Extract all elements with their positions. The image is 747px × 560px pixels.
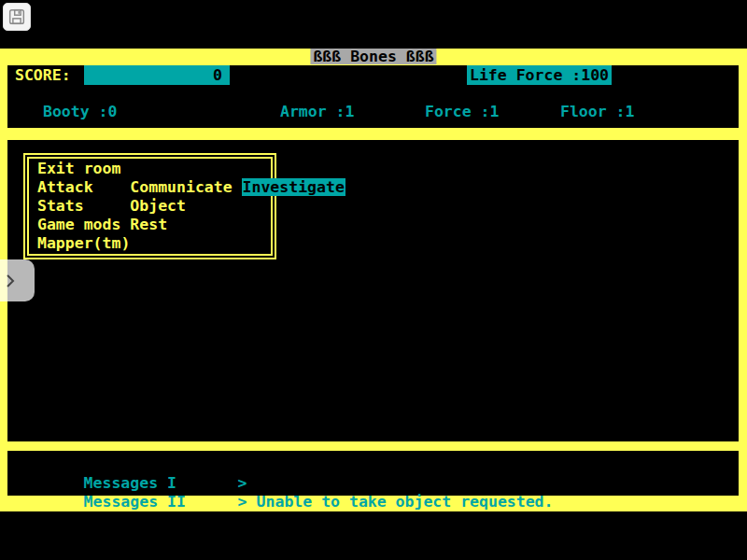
dos-game-screen: ßßß Bones ßßß SCORE: 0 Life Force :100 B… xyxy=(0,49,747,511)
message-row-1: Messages I> xyxy=(28,455,739,474)
chevron-right-icon xyxy=(3,272,18,290)
menu-item-communicate[interactable]: Communicate xyxy=(130,178,232,197)
life-force-badge: Life Force :100 xyxy=(467,65,612,85)
score-label: SCORE: xyxy=(15,65,71,85)
stat-floor: Floor :1 xyxy=(560,103,634,121)
message-2-label: Messages II xyxy=(84,493,238,511)
stat-booty: Booty :0 xyxy=(43,103,117,121)
stat-force: Force :1 xyxy=(425,103,499,121)
menu-item-rest[interactable]: Rest xyxy=(130,216,167,234)
score-bar: 0 xyxy=(84,65,230,85)
menu-item-mapper[interactable]: Mapper(tm) xyxy=(37,234,130,253)
score-value: 0 xyxy=(213,66,222,84)
menu-item-object[interactable]: Object xyxy=(130,197,186,216)
message-1-prompt: > xyxy=(238,474,257,493)
action-menu-inner: Exit room Attack Stats Game mods Mapper(… xyxy=(27,157,273,256)
game-viewport: Exit room Attack Stats Game mods Mapper(… xyxy=(7,140,739,441)
menu-column-right: Investigate Communicate Object Rest xyxy=(130,160,345,254)
menu-item-exit-room[interactable]: Exit room xyxy=(37,160,120,178)
messages-panel: Messages I> Messages II>Unable to take o… xyxy=(7,451,739,496)
menu-item-stats[interactable]: Stats xyxy=(37,197,84,216)
floppy-disk-icon xyxy=(7,7,27,27)
menu-item-attack[interactable]: Attack xyxy=(37,178,93,197)
save-button[interactable] xyxy=(3,3,31,31)
message-1-label: Messages I xyxy=(84,474,238,493)
stat-armor: Armor :1 xyxy=(280,103,354,121)
selected-menu-highlight: Investigate xyxy=(242,178,345,196)
action-menu: Exit room Attack Stats Game mods Mapper(… xyxy=(23,153,276,259)
hud-panel: SCORE: 0 Life Force :100 Booty :0 Armor … xyxy=(7,65,739,128)
message-2-text: Unable to take object requested. xyxy=(257,493,554,511)
sidebar-toggle[interactable] xyxy=(0,259,35,301)
menu-column-left: Exit room Attack Stats Game mods Mapper(… xyxy=(37,160,130,254)
message-2-prompt: > xyxy=(238,493,257,511)
menu-item-investigate[interactable]: Investigate xyxy=(130,160,345,178)
game-title: ßßß Bones ßßß xyxy=(310,49,436,64)
menu-item-game-mods[interactable]: Game mods xyxy=(37,216,120,234)
